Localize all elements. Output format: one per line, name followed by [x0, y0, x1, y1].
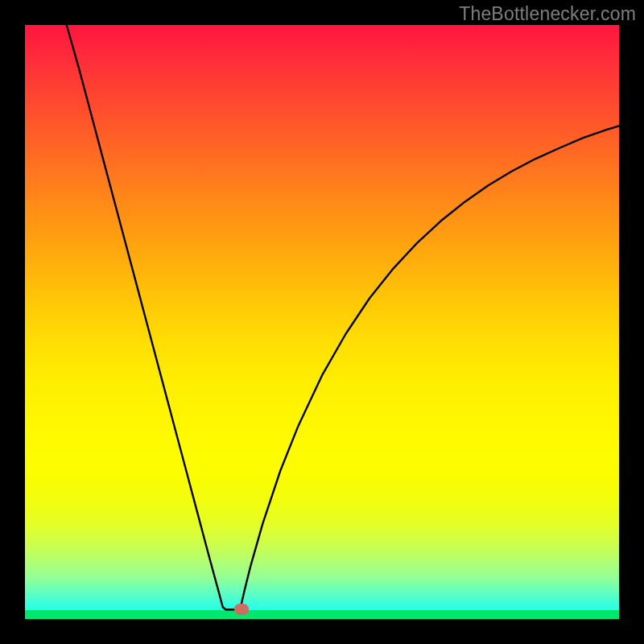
- chart-frame: TheBottlenecker.com: [0, 0, 644, 644]
- chart-plot-area: [25, 25, 619, 619]
- watermark-text: TheBottlenecker.com: [459, 3, 636, 25]
- chart-baseline-band: [25, 610, 619, 619]
